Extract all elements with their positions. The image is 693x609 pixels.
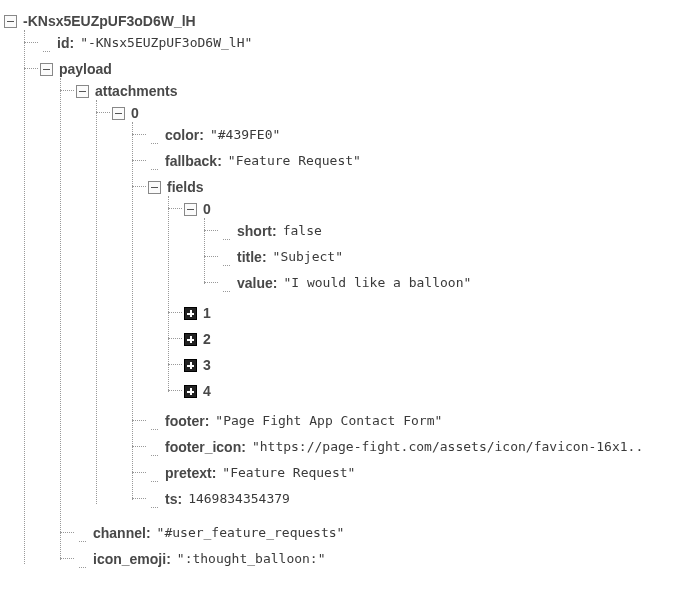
- node-key-color[interactable]: color: [165, 126, 199, 144]
- node-key-footer[interactable]: footer: [165, 412, 205, 430]
- node-key-value[interactable]: value: [237, 274, 273, 292]
- expand-toggle[interactable]: [184, 307, 197, 320]
- node-value-title: "Subject": [273, 248, 343, 266]
- node-value-footer-icon: "https://page-fight.com/assets/icon/favi…: [252, 438, 643, 456]
- node-key-field1[interactable]: 1: [203, 304, 211, 322]
- node-value-value: "I would like a balloon": [283, 274, 471, 292]
- node-key-field2[interactable]: 2: [203, 330, 211, 348]
- node-key-title[interactable]: title: [237, 248, 262, 266]
- node-value-pretext: "Feature Request": [222, 464, 355, 482]
- node-value-footer: "Page Fight App Contact Form": [215, 412, 442, 430]
- node-value-icon-emoji: ":thought_balloon:": [177, 550, 326, 568]
- collapse-toggle[interactable]: [76, 85, 89, 98]
- collapse-toggle[interactable]: [40, 63, 53, 76]
- node-key-ts[interactable]: ts: [165, 490, 177, 508]
- node-key-fields[interactable]: fields: [167, 178, 204, 196]
- node-key-payload[interactable]: payload: [59, 60, 112, 78]
- collapse-toggle[interactable]: [4, 15, 17, 28]
- node-value-id: "-KNsx5EUZpUF3oD6W_lH": [80, 34, 252, 52]
- node-key-field3[interactable]: 3: [203, 356, 211, 374]
- node-key-footer-icon[interactable]: footer_icon: [165, 438, 241, 456]
- node-key-root[interactable]: -KNsx5EUZpUF3oD6W_lH: [23, 12, 196, 30]
- node-key-field4[interactable]: 4: [203, 382, 211, 400]
- collapse-toggle[interactable]: [148, 181, 161, 194]
- node-key-icon-emoji[interactable]: icon_emoji: [93, 550, 166, 568]
- node-value-color: "#439FE0": [210, 126, 280, 144]
- node-value-short: false: [283, 222, 322, 240]
- collapse-toggle[interactable]: [184, 203, 197, 216]
- node-key-id[interactable]: id: [57, 34, 69, 52]
- collapse-toggle[interactable]: [112, 107, 125, 120]
- node-value-ts: 1469834354379: [188, 490, 290, 508]
- node-key-att0[interactable]: 0: [131, 104, 139, 122]
- node-key-attachments[interactable]: attachments: [95, 82, 177, 100]
- node-key-channel[interactable]: channel: [93, 524, 146, 542]
- node-key-fallback[interactable]: fallback: [165, 152, 217, 170]
- expand-toggle[interactable]: [184, 359, 197, 372]
- node-value-fallback: "Feature Request": [228, 152, 361, 170]
- expand-toggle[interactable]: [184, 385, 197, 398]
- node-key-pretext[interactable]: pretext: [165, 464, 212, 482]
- node-key-short[interactable]: short: [237, 222, 272, 240]
- node-value-channel: "#user_feature_requests": [157, 524, 345, 542]
- node-key-field0[interactable]: 0: [203, 200, 211, 218]
- expand-toggle[interactable]: [184, 333, 197, 346]
